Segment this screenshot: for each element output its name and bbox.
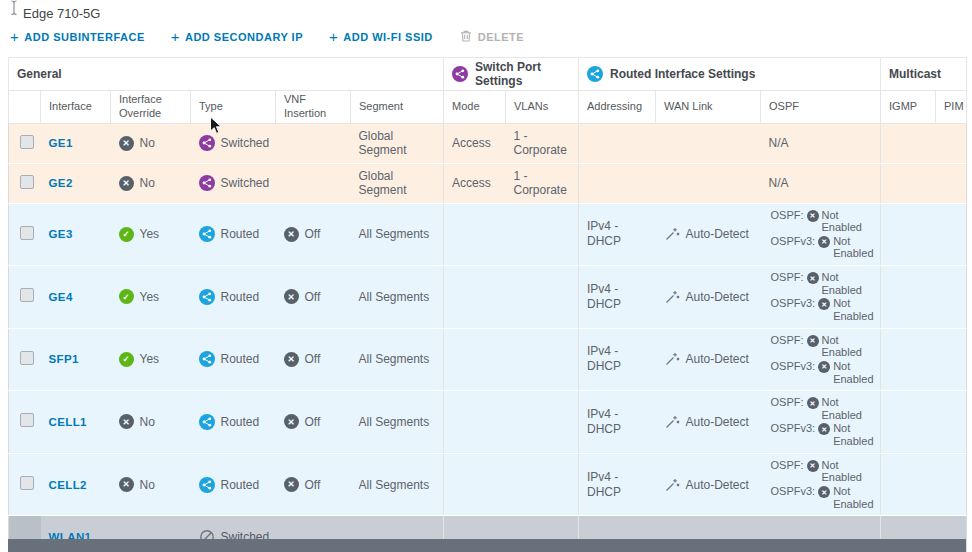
row-checkbox[interactable] [20,413,34,427]
col-addressing: Addressing [579,91,656,124]
cell-interface: CELL2 [41,453,111,516]
routed-icon [199,477,215,493]
cell-ospf: N/A [761,163,881,203]
cell-override: ✕No [111,453,191,516]
off-icon: ✕ [284,477,299,492]
cell-checkbox [9,163,41,203]
col-type: Type [191,91,276,124]
cell-vnf: ✕Off [276,453,351,516]
delete-button[interactable]: DELETE [459,29,524,45]
cell-pim [936,123,967,163]
add-secondary-ip-button[interactable]: + ADD SECONDARY IP [171,31,303,44]
cell-igmp [881,328,936,391]
not-enabled-icon: ✕ [807,397,819,409]
cell-wan-link: Auto-Detect [656,203,761,266]
row-checkbox[interactable] [20,175,34,189]
col-segment: Segment [351,91,444,124]
not-enabled-icon: ✕ [807,460,819,472]
routed-icon [199,351,215,367]
cell-segment: All Segments [351,203,444,266]
cell-type: Routed [191,203,276,266]
interface-link[interactable]: CELL2 [49,479,87,491]
row-checkbox[interactable] [20,135,34,149]
interface-link[interactable]: SFP1 [49,353,79,365]
cell-segment: Global Segment [351,123,444,163]
off-icon: ✕ [284,289,299,304]
cell-override: ✕No [111,163,191,203]
cell-ospf: OSPF:✕Not Enabled OSPFv3:✕Not Enabled [761,266,881,329]
page-title: Edge 710-5G [23,6,100,21]
cell-mode [444,391,506,454]
interface-link[interactable]: GE3 [49,228,73,240]
cell-ospf: N/A [761,123,881,163]
trash-icon [459,29,473,45]
group-general: General [9,58,444,91]
cell-mode: Access [444,163,506,203]
not-enabled-icon: ✕ [818,423,830,435]
add-subinterface-button[interactable]: + ADD SUBINTERFACE [10,31,145,44]
cell-wan-link: Auto-Detect [656,266,761,329]
row-checkbox[interactable] [20,226,34,240]
col-interface: Interface [41,91,111,124]
cell-addressing [579,123,656,163]
row-checkbox[interactable] [20,476,34,490]
auto-detect-wand-icon [664,351,680,367]
delete-label: DELETE [478,31,524,43]
table-row-ge3: GE3 ✓Yes Routed ✕Off All Segments IPv4 -… [9,203,967,266]
yes-icon: ✓ [119,227,134,242]
not-enabled-icon: ✕ [807,272,819,284]
auto-detect-wand-icon [664,414,680,430]
switched-icon [199,135,215,151]
cell-vlans [506,391,579,454]
not-enabled-icon: ✕ [818,361,830,373]
interface-link[interactable]: CELL1 [49,416,87,428]
cell-pim [936,203,967,266]
column-header-row: Interface Interface Override Type VNF In… [9,91,967,124]
group-header-row: General Switch Port Settings Routed Inte… [9,58,967,91]
no-icon: ✕ [119,176,134,191]
interface-link[interactable]: GE2 [49,177,73,189]
auto-detect-wand-icon [664,289,680,305]
switched-icon [199,175,215,191]
table-row-ge4: GE4 ✓Yes Routed ✕Off All Segments IPv4 -… [9,266,967,329]
cell-wan-link [656,163,761,203]
cell-mode [444,328,506,391]
row-checkbox[interactable] [20,288,34,302]
cell-override: ✕No [111,391,191,454]
plus-icon: + [171,29,180,44]
cell-igmp [881,391,936,454]
add-secondary-ip-label: ADD SECONDARY IP [185,31,303,43]
cell-igmp [881,453,936,516]
row-checkbox[interactable] [20,351,34,365]
cell-vnf: ✕Off [276,328,351,391]
cell-ospf: OSPF:✕Not Enabled OSPFv3:✕Not Enabled [761,328,881,391]
cell-interface: GE4 [41,266,111,329]
cell-override: ✓Yes [111,266,191,329]
interface-link[interactable]: GE4 [49,291,73,303]
cell-vlans: 1 - Corporate [506,163,579,203]
text-cursor-icon [8,0,20,20]
group-multicast: Multicast [881,58,967,91]
auto-detect-wand-icon [664,226,680,242]
col-interface-override: Interface Override [111,91,191,124]
auto-detect-wand-icon [664,477,680,493]
plus-icon: + [10,29,19,44]
cell-vnf [276,163,351,203]
bottom-scroll-bar[interactable] [8,539,966,552]
add-subinterface-label: ADD SUBINTERFACE [24,31,144,43]
cell-wan-link [656,123,761,163]
cell-override: ✕No [111,123,191,163]
toolbar: + ADD SUBINTERFACE + ADD SECONDARY IP + … [10,29,524,45]
cell-checkbox [9,123,41,163]
cell-addressing: IPv4 - DHCP [579,328,656,391]
cell-checkbox [9,203,41,266]
cell-interface: GE2 [41,163,111,203]
add-wifi-ssid-label: ADD WI-FI SSID [343,31,433,43]
cell-ospf: OSPF:✕Not Enabled OSPFv3:✕Not Enabled [761,203,881,266]
interface-link[interactable]: GE1 [49,137,73,149]
cell-segment: All Segments [351,328,444,391]
cell-interface: CELL1 [41,391,111,454]
add-wifi-ssid-button[interactable]: + ADD WI-FI SSID [329,31,433,44]
cell-mode [444,453,506,516]
col-vlans: VLANs [506,91,579,124]
